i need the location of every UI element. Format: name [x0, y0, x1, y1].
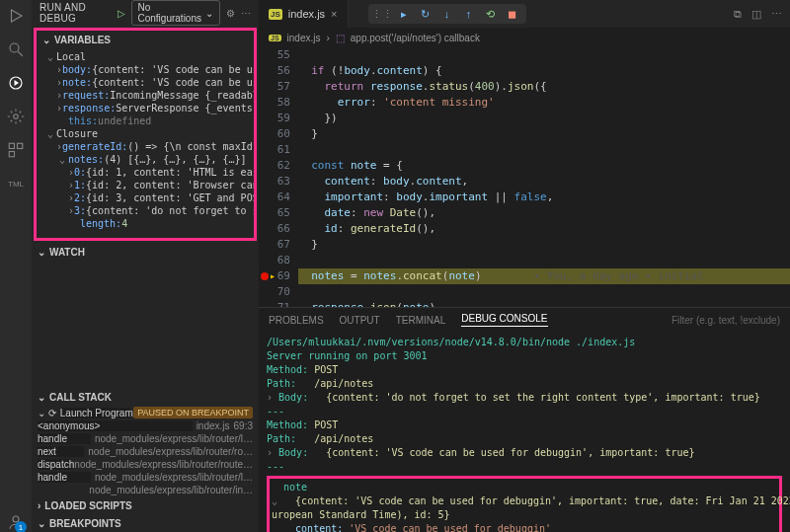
chevron-down-icon: ⌄ [38, 518, 45, 529]
var-generateid[interactable]: ›generateId: () => {\n const maxId = not… [37, 140, 254, 153]
watch-section[interactable]: ⌄WATCH [32, 243, 259, 261]
bottom-panel: PROBLEMS OUTPUT TERMINAL DEBUG CONSOLE F… [259, 307, 790, 532]
more-icon[interactable]: ⋯ [771, 8, 782, 21]
callstack-program[interactable]: ⌄ ⟳Launch Program: i…PAUSED ON BREAKPOIN… [32, 406, 259, 419]
step-into-icon[interactable]: ↓ [439, 6, 455, 22]
var-body[interactable]: ›body: {content: 'VS code can be used fo… [37, 63, 254, 76]
breakpoints-section[interactable]: ⌄BREAKPOINTS [32, 514, 259, 532]
console-line: content: 'VS code can be used for debugg… [272, 522, 777, 532]
tab-label: index.js [288, 8, 325, 20]
more-icon[interactable]: ⋯ [241, 8, 251, 19]
step-out-icon[interactable]: ↑ [461, 6, 477, 22]
restart-icon[interactable]: ⟲ [483, 6, 499, 22]
debug-toolbar: ⋮⋮ ▸ ↻ ↓ ↑ ⟲ ◼ [368, 4, 526, 24]
svg-point-5 [14, 114, 19, 119]
run-icon[interactable] [6, 6, 26, 26]
var-notes-1[interactable]: ›1: {id: 2, content: 'Browser can execut… [37, 179, 254, 191]
svg-point-1 [10, 43, 19, 52]
breadcrumb[interactable]: JS index.js › ⬚ app.post('/api/notes') c… [259, 28, 790, 47]
stack-frame[interactable]: dispatchnode_modules/express/lib/router/… [32, 458, 259, 471]
svg-marker-4 [15, 80, 20, 86]
variables-highlight: ⌄VARIABLES ⌄Local ›body: {content: 'VS c… [34, 28, 257, 241]
config-dropdown[interactable]: No Configurations⌄ [131, 0, 221, 26]
js-icon: JS [269, 9, 282, 20]
drag-handle-icon[interactable]: ⋮⋮ [374, 6, 390, 22]
variables-tree: ⌄Local ›body: {content: 'VS code can be … [37, 48, 254, 232]
split-icon[interactable]: ◫ [751, 8, 761, 21]
editor-area: JS index.js × ⋮⋮ ▸ ↻ ↓ ↑ ⟲ ◼ ⧉ ◫ ⋯ JS in… [259, 0, 790, 532]
callstack-list: ⌄ ⟳Launch Program: i…PAUSED ON BREAKPOIN… [32, 406, 259, 496]
chevron-right-icon: › [38, 500, 40, 511]
tab-debug-console[interactable]: DEBUG CONSOLE [461, 313, 547, 327]
chevron-down-icon: ⌄ [205, 8, 213, 19]
tab-row: JS index.js × ⋮⋮ ▸ ↻ ↓ ↑ ⟲ ◼ ⧉ ◫ ⋯ [259, 0, 790, 28]
svg-rect-8 [9, 152, 14, 157]
console-line: Server running on port 3001 [267, 349, 782, 363]
callstack-section[interactable]: ⌄CALL STACK [32, 388, 259, 406]
tml-icon[interactable]: TML [6, 174, 26, 193]
stack-frame[interactable]: <anonymous>index.js69:3 [32, 419, 259, 432]
tab-problems[interactable]: PROBLEMS [269, 315, 324, 326]
console-filter-input[interactable]: Filter (e.g. text, !exclude) [672, 315, 780, 326]
var-notes-length[interactable]: length: 4 [37, 217, 254, 230]
sidebar-header: RUN AND DEBUG ▷ No Configurations⌄ ⚙ ⋯ [32, 0, 259, 26]
svg-line-2 [18, 51, 23, 56]
variables-section[interactable]: ⌄VARIABLES [37, 31, 254, 48]
svg-rect-7 [18, 143, 23, 148]
svg-rect-6 [9, 143, 14, 148]
console-line: uropean Standard Time), id: 5} [272, 508, 777, 522]
console-line: /Users/mluukkai/.nvm/versions/node/v14.8… [267, 336, 782, 349]
run-debug-title: RUN AND DEBUG [40, 2, 112, 24]
pause-badge: PAUSED ON BREAKPOINT [133, 407, 253, 418]
var-notes-3[interactable]: ›3: {content: 'do not forget to set the … [37, 204, 254, 217]
gear-icon[interactable] [6, 107, 26, 126]
console-line: --- [267, 460, 782, 474]
console-line[interactable]: › Body: {content: 'VS code can be used f… [267, 446, 782, 460]
account-icon[interactable]: 1 [6, 512, 26, 532]
activity-bar: TML 1 [0, 0, 32, 532]
var-notes-0[interactable]: ›0: {id: 1, content: 'HTML is easy', dat… [37, 166, 254, 179]
var-this[interactable]: this: undefined [37, 114, 254, 127]
var-response[interactable]: ›response: ServerResponse {_events: {…},… [37, 102, 254, 114]
debug-console[interactable]: /Users/mluukkai/.nvm/versions/node/v14.8… [259, 332, 790, 532]
svg-marker-0 [12, 10, 23, 22]
stack-frame[interactable]: handlenode_modules/express/lib/router/l… [32, 432, 259, 445]
extensions-icon[interactable] [6, 140, 26, 160]
run-start-icon[interactable]: ▷ [118, 8, 125, 19]
chevron-down-icon: ⌄ [38, 392, 45, 403]
loaded-scripts-section[interactable]: ›LOADED SCRIPTS [32, 496, 259, 514]
stack-frame[interactable]: handlenode_modules/express/lib/router/l… [32, 471, 259, 484]
search-icon[interactable] [6, 39, 26, 59]
config-gear-icon[interactable]: ⚙ [226, 8, 235, 19]
console-line: Path: /api/notes [267, 432, 782, 446]
console-line: note [272, 481, 777, 494]
scope-closure[interactable]: ⌄Closure [37, 127, 254, 140]
stop-icon[interactable]: ◼ [505, 6, 520, 22]
var-notes-2[interactable]: ›2: {id: 3, content: 'GET and POST are t… [37, 191, 254, 204]
step-over-icon[interactable]: ↻ [418, 6, 434, 22]
tab-indexjs[interactable]: JS index.js × [259, 0, 349, 28]
chevron-down-icon: ⌄ [38, 247, 45, 258]
var-note[interactable]: ›note: {content: 'VS code can be used fo… [37, 76, 254, 89]
console-line: Method: POST [267, 363, 782, 377]
console-line[interactable]: › Body: {content: 'do not forget to set … [267, 391, 782, 405]
stack-frame[interactable]: node_modules/express/lib/router/in… [32, 484, 259, 496]
scope-local[interactable]: ⌄Local [37, 50, 254, 63]
debug-icon[interactable] [6, 73, 26, 93]
continue-icon[interactable]: ▸ [396, 6, 412, 22]
tab-terminal[interactable]: TERMINAL [396, 315, 446, 326]
panel-tabs: PROBLEMS OUTPUT TERMINAL DEBUG CONSOLE F… [259, 308, 790, 332]
tab-output[interactable]: OUTPUT [340, 315, 380, 326]
var-request[interactable]: ›request: IncomingMessage {_readableStat… [37, 89, 254, 102]
debug-sidebar: RUN AND DEBUG ▷ No Configurations⌄ ⚙ ⋯ ⌄… [32, 0, 259, 532]
chevron-down-icon: ⌄ [42, 35, 50, 45]
account-badge: 1 [15, 521, 27, 532]
code-editor[interactable]: 555657585960616263646566676869707172 if … [259, 47, 790, 307]
var-notes[interactable]: ⌄notes: (4) [{…}, {…}, {…}, {…}] [37, 153, 254, 166]
stack-frame[interactable]: nextnode_modules/express/lib/router/ro… [32, 445, 259, 458]
close-icon[interactable]: × [331, 8, 337, 20]
method-icon: ⬚ [336, 33, 345, 43]
console-line[interactable]: ⌄ {content: 'VS code can be used for deb… [272, 494, 777, 508]
console-line: Path: /api/notes [267, 377, 782, 391]
compare-icon[interactable]: ⧉ [734, 8, 742, 21]
